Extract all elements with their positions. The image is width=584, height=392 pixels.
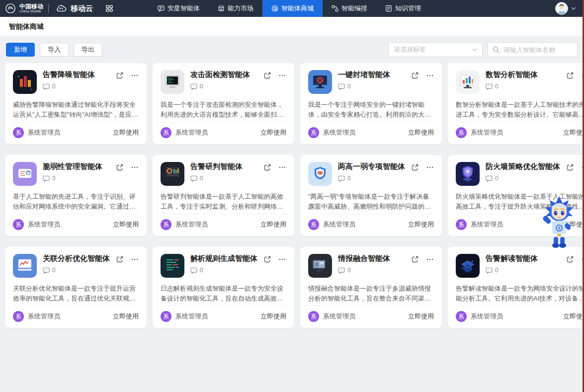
agent-card[interactable]: 一键封堵智能体 0 bbox=[300, 63, 442, 144]
agent-description: "两高一弱"专项智能体是一款专注于解决暴露面中高威胁、高脆弱性和弱防护问题的智能… bbox=[308, 192, 434, 212]
agent-thumbnail bbox=[13, 162, 37, 186]
agent-card[interactable]: 两高一弱专项智能体 0 bbox=[300, 155, 442, 236]
chat-bubble-icon bbox=[158, 5, 165, 12]
comment-icon bbox=[43, 175, 50, 182]
app-launcher-grid-icon[interactable] bbox=[99, 0, 120, 17]
share-icon[interactable] bbox=[116, 72, 124, 79]
use-now-link[interactable]: 立即使用 bbox=[408, 128, 434, 137]
comment-count: 0 bbox=[338, 83, 390, 90]
more-icon[interactable] bbox=[278, 163, 286, 171]
agent-card[interactable]: 关联分析优化智能体 0 bbox=[5, 247, 147, 328]
nav-label: 知识管理 bbox=[395, 4, 421, 13]
more-icon[interactable] bbox=[426, 72, 434, 79]
owner-name: 系统管理员 bbox=[323, 312, 355, 321]
more-icon[interactable] bbox=[131, 72, 139, 79]
owner-avatar: 系 bbox=[13, 219, 24, 230]
use-now-link[interactable]: 立即使用 bbox=[260, 220, 286, 229]
comment-count: 0 bbox=[43, 175, 102, 182]
share-icon[interactable] bbox=[566, 163, 574, 171]
more-icon[interactable] bbox=[426, 163, 434, 171]
agent-thumbnail bbox=[308, 162, 332, 186]
comment-icon bbox=[338, 83, 345, 90]
owner-name: 系统管理员 bbox=[28, 312, 60, 321]
share-icon[interactable] bbox=[116, 255, 124, 263]
comment-count: 0 bbox=[190, 175, 243, 182]
comment-count-value: 0 bbox=[347, 175, 351, 182]
use-now-link[interactable]: 立即使用 bbox=[113, 312, 139, 321]
comment-count-value: 0 bbox=[52, 267, 56, 274]
comment-icon bbox=[338, 175, 345, 182]
comment-count: 0 bbox=[486, 267, 538, 274]
share-icon[interactable] bbox=[411, 255, 419, 263]
search-icon bbox=[493, 46, 500, 53]
use-now-link[interactable]: 立即使用 bbox=[260, 128, 286, 137]
share-icon[interactable] bbox=[116, 163, 124, 171]
nav-item-knowledge[interactable]: 知识管理 bbox=[376, 0, 430, 17]
agent-title: 攻击面检测智能体 bbox=[190, 70, 250, 79]
top-nav-bar: 中国移动 China Mobile 移动云 安星智 bbox=[0, 0, 584, 17]
more-icon[interactable] bbox=[426, 255, 434, 263]
use-now-link[interactable]: 立即使用 bbox=[113, 220, 139, 229]
owner-name: 系统管理员 bbox=[471, 220, 503, 229]
nav-label: 智能体商城 bbox=[281, 4, 314, 13]
agent-card[interactable]: 脆弱性管理智能体 0 bbox=[5, 155, 147, 236]
more-icon[interactable] bbox=[131, 255, 139, 263]
agent-card[interactable]: 攻击面检测智能体 0 bbox=[153, 63, 294, 144]
agent-card[interactable]: 数智分析智能体 0 bbox=[448, 63, 584, 144]
tag-select[interactable]: 请选择标签 bbox=[388, 42, 483, 57]
add-button[interactable]: 新增 bbox=[6, 43, 35, 57]
agent-description: 威胁告警降噪智能体通过智能化手段将安全运营从"人工密集型"转向"AI增强型"，是… bbox=[13, 100, 139, 120]
comment-icon bbox=[190, 83, 197, 90]
comment-count-value: 0 bbox=[52, 175, 56, 182]
card-grid: 告警降噪智能体 0 bbox=[0, 57, 584, 328]
nav-item-capability-market[interactable]: 能力市场 bbox=[209, 0, 262, 17]
share-icon[interactable] bbox=[263, 163, 271, 171]
owner-avatar: 系 bbox=[161, 127, 171, 138]
agent-title: 防火墙策略优化智能体 bbox=[486, 162, 560, 171]
nav-item-agent-store[interactable]: 智能体商城 bbox=[262, 0, 323, 17]
agent-card[interactable]: 解析规则生成智能体 0 bbox=[153, 247, 294, 328]
nav-item-anxing-agent[interactable]: 安星智能体 bbox=[149, 0, 209, 17]
share-icon[interactable] bbox=[263, 72, 271, 79]
share-icon[interactable] bbox=[263, 255, 271, 263]
share-icon[interactable] bbox=[411, 163, 419, 171]
search-input[interactable] bbox=[502, 46, 573, 54]
agent-thumbnail bbox=[161, 254, 184, 278]
use-now-link[interactable]: 立即使用 bbox=[408, 220, 434, 229]
share-icon[interactable] bbox=[566, 255, 574, 263]
agent-title: 两高一弱专项智能体 bbox=[338, 162, 405, 171]
agent-description: 基于人工智能的先进工具，专注于识别、评估和应对网络系统中的安全漏洞。它通过自动化… bbox=[13, 192, 139, 212]
owner-avatar: 系 bbox=[456, 219, 467, 230]
comment-icon bbox=[338, 267, 345, 274]
more-icon[interactable] bbox=[278, 72, 286, 79]
export-button[interactable]: 导出 bbox=[74, 43, 102, 57]
use-now-link[interactable]: 立即使用 bbox=[260, 312, 286, 321]
agent-title: 告警降噪智能体 bbox=[43, 70, 95, 79]
share-icon[interactable] bbox=[411, 72, 419, 79]
search-box bbox=[488, 42, 578, 57]
agent-card[interactable]: 告警研判智能体 0 bbox=[153, 155, 294, 236]
user-menu[interactable] bbox=[555, 0, 584, 17]
agent-title: 一键封堵智能体 bbox=[338, 70, 390, 79]
import-button[interactable]: 导入 bbox=[40, 43, 69, 57]
comment-count-value: 0 bbox=[200, 175, 203, 182]
nav-label: 智能编排 bbox=[341, 4, 367, 13]
nav-item-orchestration[interactable]: 智能编排 bbox=[323, 0, 376, 17]
mascot-character[interactable] bbox=[541, 195, 578, 250]
more-icon[interactable] bbox=[131, 163, 139, 171]
agent-card[interactable]: 告警解读智能体 0 bbox=[448, 247, 584, 328]
more-icon[interactable] bbox=[278, 255, 286, 263]
use-now-link[interactable]: 立即使用 bbox=[563, 312, 584, 321]
use-now-link[interactable]: 立即使用 bbox=[113, 128, 139, 137]
agent-store-icon bbox=[271, 5, 278, 12]
use-now-link[interactable]: 立即使用 bbox=[408, 312, 434, 321]
comment-icon bbox=[486, 267, 493, 274]
agent-card[interactable]: 告警降噪智能体 0 bbox=[5, 63, 147, 144]
agent-title: 数智分析智能体 bbox=[486, 70, 538, 79]
comment-count: 0 bbox=[486, 175, 560, 182]
use-now-link[interactable]: 立即使用 bbox=[563, 128, 584, 137]
owner-name: 系统管理员 bbox=[175, 312, 208, 321]
share-icon[interactable] bbox=[566, 72, 574, 79]
agent-card[interactable]: 情报融合智能体 0 bbox=[300, 247, 442, 328]
page-title-bar: 智能体商城 bbox=[0, 17, 584, 37]
